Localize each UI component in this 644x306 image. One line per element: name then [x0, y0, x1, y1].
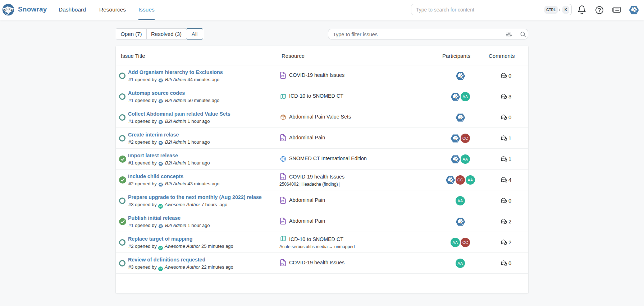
svg-text:VS: VS: [281, 221, 284, 223]
svg-text:VS: VS: [281, 176, 284, 179]
svg-text:VS: VS: [281, 138, 284, 140]
svg-text:VS: VS: [281, 263, 284, 265]
svg-text:VS: VS: [281, 200, 284, 203]
svg-text:VS: VS: [281, 75, 284, 78]
